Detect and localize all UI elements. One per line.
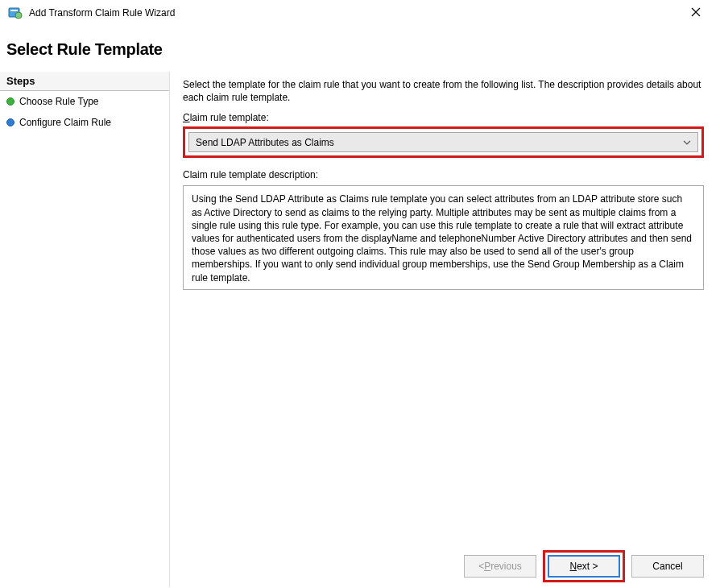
description-label: Claim rule template description: (183, 169, 704, 180)
bullet-icon (6, 118, 14, 126)
next-button-highlight: Next > (543, 550, 625, 582)
app-icon (8, 6, 23, 20)
page-title: Select Rule Template (6, 40, 714, 59)
close-icon (691, 6, 701, 20)
template-dropdown-highlight: Send LDAP Attributes as Claims (183, 126, 704, 158)
step-choose-rule-type[interactable]: Choose Rule Type (0, 91, 169, 112)
claim-rule-template-dropdown[interactable]: Send LDAP Attributes as Claims (188, 132, 698, 152)
button-bar: < Previous Next > Cancel (464, 550, 704, 582)
svg-rect-1 (10, 10, 18, 11)
previous-button: < Previous (464, 555, 536, 578)
cancel-button[interactable]: Cancel (631, 555, 704, 578)
next-button[interactable]: Next > (548, 555, 620, 578)
intro-text: Select the template for the claim rule t… (183, 78, 704, 112)
step-label: Configure Claim Rule (19, 117, 111, 128)
svg-point-2 (15, 12, 22, 19)
main-panel: Select the template for the claim rule t… (169, 72, 720, 587)
bullet-icon (6, 97, 14, 106)
sidebar: Steps Choose Rule Type Configure Claim R… (0, 72, 169, 587)
titlebar: Add Transform Claim Rule Wizard (0, 0, 720, 27)
template-label: Claim rule template: (183, 112, 704, 123)
step-label: Choose Rule Type (19, 96, 99, 107)
window-title: Add Transform Claim Rule Wizard (29, 7, 680, 19)
close-button[interactable] (680, 2, 712, 24)
chevron-down-icon (683, 138, 691, 147)
step-configure-claim-rule[interactable]: Configure Claim Rule (0, 112, 169, 133)
page-header: Select Rule Template (0, 27, 720, 72)
steps-heading: Steps (0, 72, 169, 91)
template-description: Using the Send LDAP Attribute as Claims … (183, 185, 704, 290)
dropdown-value: Send LDAP Attributes as Claims (196, 137, 334, 148)
